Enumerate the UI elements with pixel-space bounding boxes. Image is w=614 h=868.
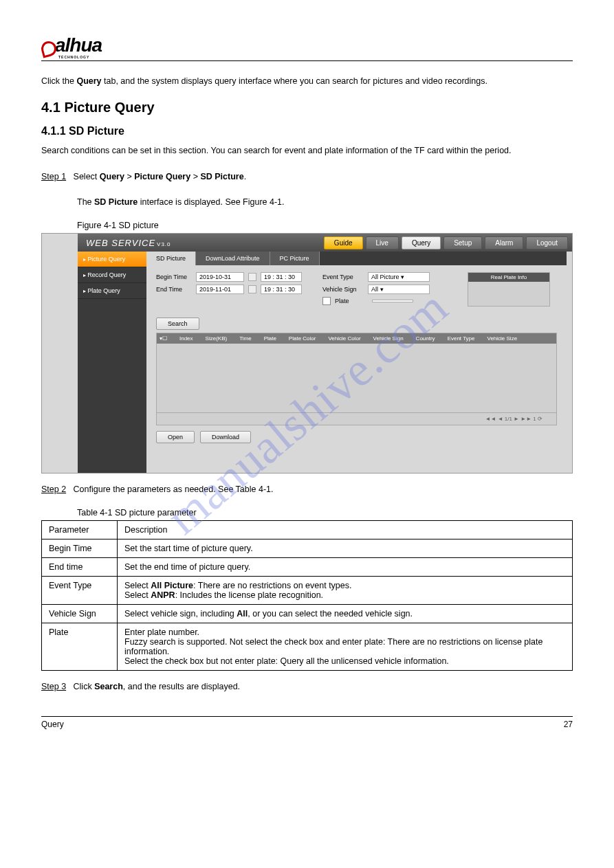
sidebar: Picture Query Record Query Plate Query xyxy=(78,252,146,473)
table-label: Table 4-1 SD picture parameter xyxy=(41,508,573,518)
result-grid: ▾☐ Index Size(KB) Time Plate Plate Color… xyxy=(156,333,557,413)
col-index: Index xyxy=(179,335,193,342)
begin-date-input[interactable]: 2019-10-31 xyxy=(196,272,244,282)
table-row: Plate Enter plate number. Fuzzy search i… xyxy=(42,623,573,670)
tab-pc-picture[interactable]: PC Picture xyxy=(270,252,320,265)
label-vehicle-sign: Vehicle Sign xyxy=(322,286,364,293)
footer-section: Query xyxy=(41,720,64,729)
col-checkbox[interactable]: ▾☐ xyxy=(160,335,167,342)
step-2: Step 2 Configure the parameters as neede… xyxy=(41,482,573,498)
logo-text: alhua xyxy=(55,34,102,56)
step-1-result: The SD Picture interface is displayed. S… xyxy=(41,194,573,211)
nav-logout[interactable]: Logout xyxy=(526,236,568,249)
nav-query[interactable]: Query xyxy=(402,236,441,249)
app-titlebar: WEB SERVICEV3.0 Guide Live Query Setup A… xyxy=(78,234,572,252)
calendar-icon[interactable] xyxy=(248,273,256,281)
sidebar-item-record-query[interactable]: Record Query xyxy=(78,267,146,283)
th-parameter: Parameter xyxy=(42,520,118,539)
step-2-label: Step 2 xyxy=(41,485,66,494)
col-size: Size(KB) xyxy=(206,335,228,342)
step-1: Step 1 Select Query > Picture Query > SD… xyxy=(41,169,573,186)
col-plate: Plate xyxy=(264,335,276,342)
end-date-input[interactable]: 2019-11-01 xyxy=(196,285,244,294)
section-4-1: 4.1 Picture Query xyxy=(41,100,573,115)
sidebar-item-plate-query[interactable]: Plate Query xyxy=(78,283,146,299)
step-3: Step 3 Click Search, and the results are… xyxy=(41,679,573,695)
open-button[interactable]: Open xyxy=(156,431,195,443)
label-event-type: Event Type xyxy=(322,274,364,280)
begin-time-input[interactable]: 19 : 31 : 30 xyxy=(261,272,302,282)
col-country: Country xyxy=(416,335,435,342)
col-vehicle-size: Vehicle Size xyxy=(487,335,518,342)
download-button[interactable]: Download xyxy=(200,431,251,443)
table-row: Begin Time Set the start time of picture… xyxy=(42,539,573,557)
col-plate-color: Plate Color xyxy=(289,335,316,342)
real-plate-info-header: Real Plate Info xyxy=(468,273,549,282)
parameter-table: Parameter Description Begin Time Set the… xyxy=(41,520,573,671)
end-time-input[interactable]: 19 : 31 : 30 xyxy=(261,285,302,294)
nav-setup[interactable]: Setup xyxy=(443,236,482,249)
app-title: WEB SERVICEV3.0 xyxy=(86,238,171,248)
intro-paragraph: Search conditions can be set in this sec… xyxy=(41,143,573,159)
table-row: Vehicle Sign Select vehicle sign, includ… xyxy=(42,604,573,623)
col-vehicle-color: Vehicle Color xyxy=(328,335,360,342)
event-type-select[interactable]: All Picture ▾ xyxy=(368,272,430,282)
footer-page-number: 27 xyxy=(564,720,573,729)
step-3-label: Step 3 xyxy=(41,682,66,691)
vehicle-sign-select[interactable]: All ▾ xyxy=(368,285,430,294)
tab-download-attr[interactable]: DownLoad Attribute xyxy=(196,252,270,265)
screenshot-figure: WEB SERVICEV3.0 Guide Live Query Setup A… xyxy=(41,233,573,474)
real-plate-info-panel: Real Plate Info xyxy=(468,272,550,307)
col-vehicle-sign: Vehicle Sign xyxy=(373,335,404,342)
logo-subtitle: TECHNOLOGY xyxy=(58,55,573,59)
label-begin-time: Begin Time xyxy=(156,274,192,280)
label-plate: Plate xyxy=(335,298,368,304)
nav-alarm[interactable]: Alarm xyxy=(485,236,523,249)
search-button[interactable]: Search xyxy=(156,318,199,330)
tab-sd-picture[interactable]: SD Picture xyxy=(146,252,196,265)
page-footer: Query 27 xyxy=(41,716,573,729)
grid-body-empty xyxy=(157,344,556,412)
figure-label: Figure 4-1 SD picture xyxy=(41,221,573,230)
th-description: Description xyxy=(118,520,573,539)
chapter-intro: Click the Query tab, and the system disp… xyxy=(41,74,573,90)
plate-input[interactable] xyxy=(372,300,413,302)
col-event-type: Event Type xyxy=(448,335,475,342)
step-1-label: Step 1 xyxy=(41,172,66,181)
calendar-icon[interactable] xyxy=(248,285,256,293)
nav-live[interactable]: Live xyxy=(366,236,399,249)
nav-guide[interactable]: Guide xyxy=(324,236,363,249)
page-header: alhua TECHNOLOGY xyxy=(41,34,573,61)
brand-logo: alhua xyxy=(41,34,573,56)
section-4-1-1: 4.1.1 SD Picture xyxy=(41,125,573,137)
col-time: Time xyxy=(239,335,251,342)
label-end-time: End Time xyxy=(156,286,192,293)
plate-checkbox[interactable] xyxy=(322,297,331,305)
main-panel: SD Picture DownLoad Attribute PC Picture… xyxy=(146,252,572,473)
pager[interactable]: ◄◄ ◄ 1/1 ► ►► 1 ⟳ xyxy=(156,413,557,425)
sidebar-item-picture-query[interactable]: Picture Query xyxy=(78,252,146,267)
table-row: End time Set the end time of picture que… xyxy=(42,557,573,576)
table-row: Event Type Select All Picture: There are… xyxy=(42,576,573,604)
